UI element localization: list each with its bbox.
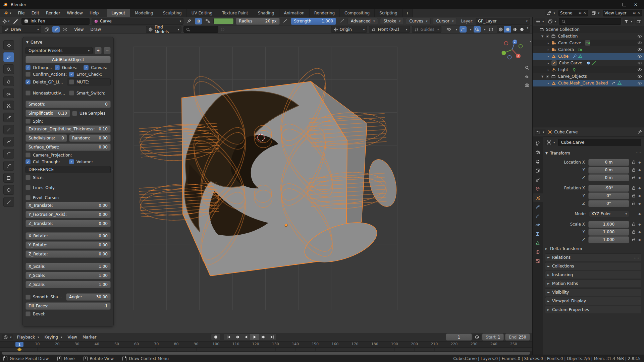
minimize-button[interactable]: – bbox=[607, 1, 619, 9]
outliner-row-scene-collection[interactable]: Scene Collection bbox=[533, 26, 644, 33]
keyframe-diamond[interactable] bbox=[17, 348, 22, 352]
visibility-eye-icon[interactable] bbox=[637, 47, 642, 52]
current-frame-badge[interactable]: 1 bbox=[15, 342, 23, 347]
tab-shading[interactable]: Shading bbox=[253, 9, 279, 17]
animate-dot-icon[interactable]: ● bbox=[638, 169, 641, 172]
menu-help[interactable]: Help bbox=[86, 11, 102, 15]
add-preset-button[interactable]: + bbox=[95, 47, 102, 54]
tool-fill-icon[interactable] bbox=[3, 64, 14, 74]
viewport-menu-view[interactable]: View bbox=[71, 27, 87, 32]
tab-layout[interactable]: Layout bbox=[107, 9, 130, 17]
tool-draw-icon[interactable] bbox=[3, 52, 14, 62]
collection-checkbox[interactable]: ✓ bbox=[545, 34, 550, 39]
lock-icon[interactable] bbox=[631, 160, 636, 165]
menu-stroke[interactable]: Stroke▾ bbox=[380, 18, 404, 25]
lock-icon[interactable] bbox=[631, 186, 636, 190]
expand-icon[interactable]: ▸ bbox=[547, 55, 550, 58]
checkbox-bevel-[interactable]: Bevel: bbox=[25, 311, 111, 316]
expand-icon[interactable]: ▼ bbox=[541, 35, 544, 38]
expand-icon[interactable]: ▸ bbox=[547, 62, 550, 65]
panel-header[interactable]: ▼ Carve bbox=[25, 39, 111, 47]
lock-icon[interactable] bbox=[631, 193, 636, 198]
menu-render[interactable]: Render bbox=[43, 11, 64, 15]
slider-extrusion-depth-line-thickness-[interactable]: Extrusion_Depth/Line_Thickness:0.10 bbox=[25, 125, 111, 133]
visibility-eye-icon[interactable] bbox=[637, 34, 642, 39]
timeline-menu-keying[interactable]: Keying▾ bbox=[42, 335, 65, 340]
field-value[interactable]: 0° bbox=[588, 192, 629, 199]
snap-icon[interactable] bbox=[62, 26, 69, 33]
slider-x-rotate-[interactable]: X_Rotate:0.00 bbox=[25, 232, 111, 240]
mode-selector[interactable]: Draw▾ bbox=[2, 26, 41, 33]
tool-circle-icon[interactable] bbox=[3, 185, 14, 195]
brush-preview-icon[interactable] bbox=[12, 18, 19, 24]
checkbox-camera-projection-[interactable]: Camera_Projection: bbox=[25, 153, 111, 158]
tool-cutter-icon[interactable] bbox=[3, 101, 14, 110]
jump-to-end-button[interactable] bbox=[268, 334, 276, 340]
visibility-eye-icon[interactable] bbox=[637, 54, 642, 59]
collection-checkbox[interactable]: ✓ bbox=[545, 74, 550, 79]
editor-type-icon[interactable]: ▾ bbox=[534, 18, 545, 24]
menu-curves[interactable]: Curves▾ bbox=[406, 18, 431, 25]
properties-tab-physics[interactable] bbox=[533, 221, 543, 229]
tool-box-icon[interactable] bbox=[3, 173, 14, 183]
checkbox-smart-switch-[interactable]: Smart_Switch: bbox=[69, 90, 111, 96]
zoom-widget-icon[interactable] bbox=[525, 65, 529, 70]
animate-dot-icon[interactable]: ● bbox=[638, 213, 641, 216]
tool-polyline-icon[interactable] bbox=[3, 137, 14, 146]
lock-icon[interactable] bbox=[631, 168, 636, 172]
slider-y-extrusion-axis-[interactable]: Y_(Extrusion_Axis):0.00 bbox=[25, 211, 111, 218]
checkbox-smooth-shading-[interactable]: Smooth_Shading: bbox=[25, 295, 64, 300]
visibility-eye-icon[interactable] bbox=[637, 67, 642, 72]
lock-icon[interactable] bbox=[631, 201, 636, 206]
drawing-plane-dropdown[interactable]: Front (X-Z)▾ bbox=[369, 26, 410, 33]
field-value[interactable]: XYZ Euler▾ bbox=[589, 211, 629, 217]
vertex-color-swatch[interactable] bbox=[213, 18, 234, 24]
menu-window[interactable]: Window bbox=[64, 11, 86, 15]
tool-curve-icon[interactable] bbox=[3, 161, 14, 171]
outliner-row-cube-mesh-carve-baked[interactable]: ▸Cube.Mesh_Carve.Baked bbox=[533, 80, 644, 86]
menu-cursor[interactable]: Cursor▾ bbox=[433, 18, 457, 25]
stroke-origin-dropdown[interactable]: Origin▾ bbox=[331, 26, 367, 33]
tab-compositing[interactable]: Compositing bbox=[340, 9, 375, 17]
animate-dot-icon[interactable]: ● bbox=[638, 176, 641, 179]
slider-z-rotate-[interactable]: Z_Rotate:0.00 bbox=[25, 250, 111, 258]
properties-tab-texture[interactable] bbox=[533, 257, 543, 265]
checkbox-confirm-actions-[interactable]: Confirm_Actions: bbox=[25, 72, 67, 77]
outliner-row-cube-carve[interactable]: ▸Cube.Carve bbox=[533, 60, 644, 66]
material-ball-toggle[interactable] bbox=[195, 18, 202, 24]
gizmos-toggle-icon[interactable] bbox=[460, 26, 467, 33]
transform-section-header[interactable]: ▼ Transform :::: bbox=[545, 149, 641, 157]
show-object-types-icon[interactable] bbox=[445, 26, 452, 33]
menu-advanced[interactable]: Advanced▾ bbox=[347, 18, 378, 25]
new-scene-icon[interactable]: ⧉ bbox=[579, 11, 582, 15]
scene-browse-button[interactable]: ▾ bbox=[545, 10, 556, 16]
slider-x-scale-[interactable]: X_Scale:1.00 bbox=[25, 263, 111, 270]
scrollbar-thumb[interactable] bbox=[2, 352, 530, 355]
filter-icon[interactable]: ▾ bbox=[623, 18, 634, 24]
outliner-row-carve-objects[interactable]: ▼✓Carve_Objects bbox=[533, 73, 644, 80]
next-keyframe-button[interactable] bbox=[259, 334, 268, 340]
frame-start-field[interactable]: Start1 bbox=[482, 334, 504, 341]
slider-x-translate-[interactable]: X_Translate:0.00 bbox=[25, 202, 111, 209]
animate-dot-icon[interactable]: ● bbox=[638, 202, 641, 205]
radius-slider[interactable]: Radius20 px bbox=[236, 18, 279, 25]
slider-random-[interactable]: Random:0.00 bbox=[69, 134, 111, 142]
properties-tab-constraints[interactable] bbox=[533, 230, 543, 238]
checkbox-use-samples[interactable]: Use Samples bbox=[72, 111, 111, 116]
sidebar-toggle-icon[interactable]: ◂ bbox=[530, 40, 531, 43]
section-instancing[interactable]: ►Instancing bbox=[545, 271, 641, 279]
expand-icon[interactable]: ▸ bbox=[547, 48, 550, 51]
checkbox-lines-only-[interactable]: Lines_Only: bbox=[25, 185, 111, 190]
animate-dot-icon[interactable]: ● bbox=[638, 161, 641, 164]
shading-material-icon[interactable] bbox=[511, 26, 518, 33]
section-visibility[interactable]: ►Visibility bbox=[545, 288, 641, 296]
app-menu-icon[interactable]: ▾ bbox=[0, 9, 15, 17]
editor-type-icon[interactable]: ▾ bbox=[535, 129, 546, 135]
animate-dot-icon[interactable]: ● bbox=[638, 187, 641, 190]
properties-tab-viewlayer[interactable] bbox=[533, 166, 543, 175]
new-collection-icon[interactable] bbox=[635, 18, 642, 24]
field-value[interactable]: 0 m bbox=[588, 159, 629, 166]
remove-preset-button[interactable]: − bbox=[104, 47, 111, 54]
3d-viewport[interactable]: Z X ▼ Carve Operator Presets▾+−AddBlankO… bbox=[0, 34, 532, 333]
slider-surface-offset-[interactable]: Surface_Offset:0.00 bbox=[25, 143, 111, 151]
